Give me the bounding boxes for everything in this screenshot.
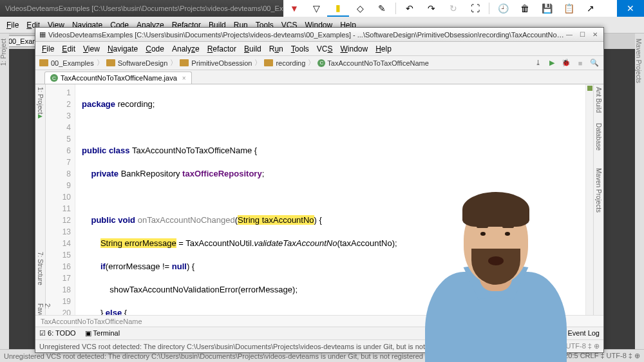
breadcrumb-project[interactable]: 00_Examples (51, 59, 94, 67)
terminal-tab[interactable]: ▣ Terminal (85, 329, 120, 338)
pen-outline-icon[interactable]: ▽ (305, 0, 327, 17)
tool-structure[interactable]: 7: Structure (37, 252, 44, 285)
menu-run[interactable]: Run (265, 44, 287, 53)
search-button[interactable]: 🔍 (589, 58, 600, 68)
menu-view[interactable]: View (79, 44, 104, 53)
breadcrumb-recording[interactable]: recording (276, 59, 305, 67)
window-close-icon[interactable]: ✕ (591, 31, 600, 38)
folder-icon (180, 59, 189, 66)
menu-vcs[interactable]: VCS (313, 44, 337, 53)
menu-tools[interactable]: Tools (287, 44, 313, 53)
toolbar-separator (395, 3, 396, 14)
eraser-icon[interactable]: ◇ (349, 0, 371, 17)
build-button[interactable]: ⤓ (533, 58, 543, 68)
redo-icon[interactable]: ↷ (421, 0, 442, 17)
ide-title-text: VideosDevteamsExamples [C:\Users\busin\D… (48, 31, 565, 39)
pen-red-icon[interactable]: ▼ (283, 0, 305, 17)
ide-title-bar: ▦ VideosDevteamsExamples [C:\Users\busin… (35, 28, 603, 42)
outer-menu-file[interactable]: File (3, 21, 23, 30)
analysis-ok-icon (587, 86, 592, 91)
window-maximize-icon[interactable]: ☐ (578, 31, 587, 38)
copy-icon[interactable]: 📋 (558, 0, 580, 17)
intellij-icon: ▦ (39, 30, 46, 39)
tool-ant[interactable]: Ant Build (595, 87, 602, 113)
menu-navigate[interactable]: Navigate (104, 44, 142, 53)
file-tab[interactable]: C TaxAccountNoToTaxOfficeName.java × (44, 71, 192, 84)
undo-icon[interactable]: ↶ (399, 0, 421, 17)
menu-code[interactable]: Code (142, 44, 168, 53)
stop-button[interactable]: ■ (575, 58, 585, 68)
breadcrumb-bar: 00_Examples 〉 SoftwareDesign 〉 Primitive… (35, 56, 603, 70)
ide-menu-bar: File Edit View Navigate Code Analyze Ref… (35, 42, 603, 56)
history-icon[interactable]: 🕘 (492, 0, 514, 17)
folder-icon (106, 59, 115, 66)
folder-icon (264, 59, 273, 66)
marker-strip[interactable] (585, 84, 593, 315)
folder-icon (39, 59, 48, 66)
window-minimize-icon[interactable]: — (565, 31, 574, 38)
close-tab-icon[interactable]: × (182, 75, 186, 82)
line-gutter: 123▶4567891011121314151617181920 (46, 84, 75, 315)
debug-button[interactable]: 🐞 (561, 58, 571, 68)
share-icon[interactable]: ↗ (580, 0, 601, 17)
menu-build[interactable]: Build (240, 44, 265, 53)
breadcrumb-softwaredesign[interactable]: SoftwareDesign (118, 59, 168, 67)
toolbar-run-icons: ⤓ ▶ 🐞 ■ 🔍 (533, 58, 600, 68)
close-button[interactable]: ✕ (617, 0, 644, 17)
annotation-toolbar: ▼ ▽ ▮ ◇ ✎ ↶ ↷ ↻ ⛶ 🕘 🗑 💾 📋 ↗ ✕ (283, 0, 644, 17)
menu-analyze[interactable]: Analyze (168, 44, 204, 53)
outer-left-tool-strip: 1: Project (0, 33, 9, 349)
refresh-icon[interactable]: ↻ (442, 0, 464, 17)
save-icon[interactable]: 💾 (536, 0, 558, 17)
tool-maven[interactable]: Maven Projects (595, 168, 602, 213)
pencil-icon[interactable]: ✎ (371, 0, 393, 17)
file-tab-label: TaxAccountNoToTaxOfficeName.java (61, 74, 177, 82)
file-tab-row: C TaxAccountNoToTaxOfficeName.java × (35, 70, 603, 84)
class-icon: C (50, 74, 58, 82)
menu-refactor[interactable]: Refactor (204, 44, 240, 53)
trash-icon[interactable]: 🗑 (514, 0, 536, 17)
todo-tab[interactable]: ☑ 6: TODO (39, 329, 76, 338)
outer-tool-project[interactable]: 1: Project (0, 39, 7, 66)
crop-icon[interactable]: ⛶ (464, 0, 486, 17)
menu-file[interactable]: File (38, 44, 58, 53)
menu-edit[interactable]: Edit (58, 44, 79, 53)
menu-help[interactable]: Help (372, 44, 395, 53)
outer-tool-maven[interactable]: Maven Projects (635, 39, 642, 83)
highlighter-icon[interactable]: ▮ (327, 0, 349, 17)
breadcrumb-class[interactable]: TaxAccountNoToTaxOfficeName (327, 59, 429, 67)
right-tool-strip: Ant Build Database Maven Projects (593, 84, 603, 315)
menu-window[interactable]: Window (336, 44, 372, 53)
outer-right-tool-strip: Maven Projects (635, 33, 644, 349)
tool-database[interactable]: Database (595, 123, 602, 151)
toolbar-separator-2 (489, 3, 489, 14)
presenter-person (425, 195, 567, 362)
breadcrumb-primitiveobsession[interactable]: PrimitiveObsession (191, 59, 252, 67)
run-button[interactable]: ▶ (547, 58, 557, 68)
class-icon: C (317, 59, 325, 67)
